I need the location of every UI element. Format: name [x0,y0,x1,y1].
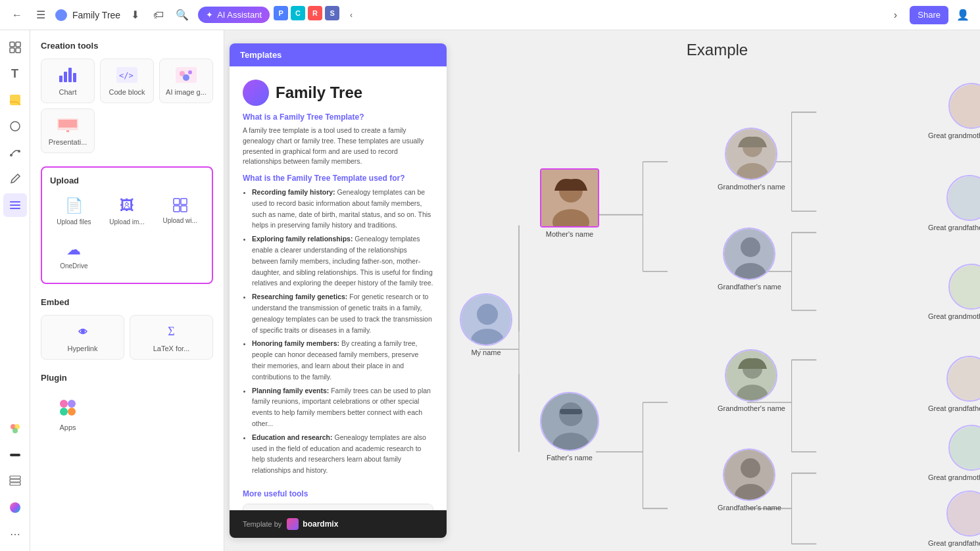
doc-icon [55,9,67,21]
my-name-node: My name [460,293,512,356]
sidebar-text-button[interactable]: T [3,62,27,85]
plugin-icon-4[interactable]: S [325,6,339,20]
sidebar-connect-button[interactable] [3,141,27,164]
great-grandfather-1-node: Great grandfather's name [928,175,980,231]
onedrive-icon: ☁ [66,241,81,258]
template-q2: What is the Family Tree Template used fo… [243,174,433,183]
svg-rect-3 [16,48,20,53]
presentation-tool-label: Presentati... [49,138,87,146]
mother-name-label: Mother's name [546,230,593,238]
great-grandmother-3-label: Great grandmother's name [928,473,980,481]
plugin-icon-2[interactable]: C [291,6,305,20]
presentation-tool[interactable]: Presentati... [41,108,95,153]
sidebar-draw-button[interactable] [3,114,27,138]
sidebar-pen-button[interactable] [3,167,27,191]
chart-tool[interactable]: Chart [41,59,95,103]
svg-point-25 [183,74,189,81]
great-grandfather-1-label: Great grandfather's name [928,224,980,231]
code-block-tool-label: Code block [109,88,145,96]
svg-point-33 [81,329,85,333]
template-q1: What is a Family Tree Template? [243,112,433,122]
creation-tools-title: Creation tools [41,41,213,51]
sidebar-shapes-button[interactable] [3,36,27,59]
plugin-title: Plugin [41,373,213,383]
great-grandmother-2-node: Great grandmother's name [928,264,980,320]
svg-point-7 [10,154,12,156]
sidebar-stroke-button[interactable] [3,443,27,467]
plugin-icon-3[interactable]: R [308,6,322,20]
embed-grid: Hyperlink Σ LaTeX for... [41,315,213,360]
svg-point-14 [12,428,18,433]
latex-item[interactable]: Σ LaTeX for... [130,315,213,360]
svg-rect-0 [10,42,14,47]
code-block-tool[interactable]: </> Code block [100,59,154,103]
main-canvas: Templates Family Tree What is a Family T… [224,30,980,551]
grandfather-paternal-label: Grandfather's name [718,504,781,512]
svg-point-8 [18,150,20,153]
svg-rect-16 [10,483,20,485]
tag-button[interactable]: 🏷 [149,6,168,24]
sidebar-color-button[interactable] [3,417,27,441]
topbar: ← ☰ Family Tree ⬇ 🏷 🔍 ✦ AI Assistant P C… [0,0,980,30]
ai-image-tool[interactable]: AI image g... [159,59,213,103]
my-name-label: My name [471,348,501,356]
sidebar-gradient-button[interactable] [3,496,27,519]
plugin-icon-1[interactable]: P [274,6,288,20]
upload-files-label: Upload files [57,218,91,226]
upload-image-item[interactable]: 🖼 Upload im... [103,192,151,231]
svg-text:</>: </> [119,71,134,80]
back-button[interactable]: ← [8,6,26,24]
grandmother-paternal-node: Grandmother's name [718,349,785,412]
onedrive-item[interactable]: ☁ OneDrive [50,236,98,275]
sidebar-more-button[interactable] [3,193,27,217]
great-grandmother-2-label: Great grandmother's name [928,312,980,320]
plugin-section: Plugin Apps [41,373,213,437]
svg-point-36 [60,408,68,416]
template-logo-icon [243,80,269,106]
apps-item[interactable]: Apps [41,391,95,437]
grandmother-maternal-label: Grandmother's name [718,183,785,191]
svg-rect-31 [174,206,180,212]
sidebar-sticky-button[interactable] [3,88,27,112]
upload-widget-item[interactable]: Upload wi... [156,192,204,231]
sidebar-dots-button[interactable]: ⋯ [3,522,27,546]
upload-files-icon: 📄 [65,197,83,214]
creation-panel: Creation tools Chart </> Code block [30,30,224,551]
svg-rect-10 [10,204,20,206]
svg-rect-2 [10,48,14,53]
plugin-grid: Apps [41,391,213,437]
svg-point-93 [741,458,760,478]
great-grandfather-3-node: Great grandfather $ name [928,491,980,547]
example-area: Example [454,30,980,551]
grandmother-maternal-node: Grandmother's name [718,128,785,191]
svg-rect-29 [174,199,180,204]
hyperlink-label: Hyperlink [68,345,98,352]
template-body: Family Tree What is a Family Tree Templa… [230,66,447,510]
boardmix-name: boardmix [303,519,338,529]
template-p1: A family tree template is a tool used to… [243,126,433,167]
svg-rect-17 [10,479,20,482]
svg-point-6 [11,122,20,131]
hyperlink-item[interactable]: Hyperlink [41,315,124,360]
expand-button[interactable]: › [886,6,904,24]
creation-tools-grid: Chart </> Code block AI image g... Prese… [41,59,213,153]
svg-rect-9 [10,201,20,203]
svg-rect-18 [10,476,20,479]
grandfather-paternal-node: Grandfather's name [718,448,781,512]
menu-button[interactable]: ☰ [32,6,50,24]
great-grandmother-1-label: Great grandmother's name [928,132,980,139]
download-button[interactable]: ⬇ [126,6,144,24]
upload-grid: 📄 Upload files 🖼 Upload im... Upload wi.… [50,192,204,275]
upload-files-item[interactable]: 📄 Upload files [50,192,98,231]
svg-point-37 [68,408,76,416]
sidebar-layers-button[interactable] [3,469,27,493]
template-main-title: Family Tree [276,84,362,102]
doc-title: Family Tree [72,10,120,20]
collapse-plugins-button[interactable]: ‹ [342,6,360,24]
share-button[interactable]: Share [910,6,948,24]
account-button[interactable]: 👤 [954,6,972,24]
upload-widget-label: Upload wi... [163,217,197,224]
ai-assistant-button[interactable]: ✦ AI Assistant [198,7,270,23]
search-button[interactable]: 🔍 [173,6,191,24]
left-sidebar: T ⋯ [0,30,30,551]
